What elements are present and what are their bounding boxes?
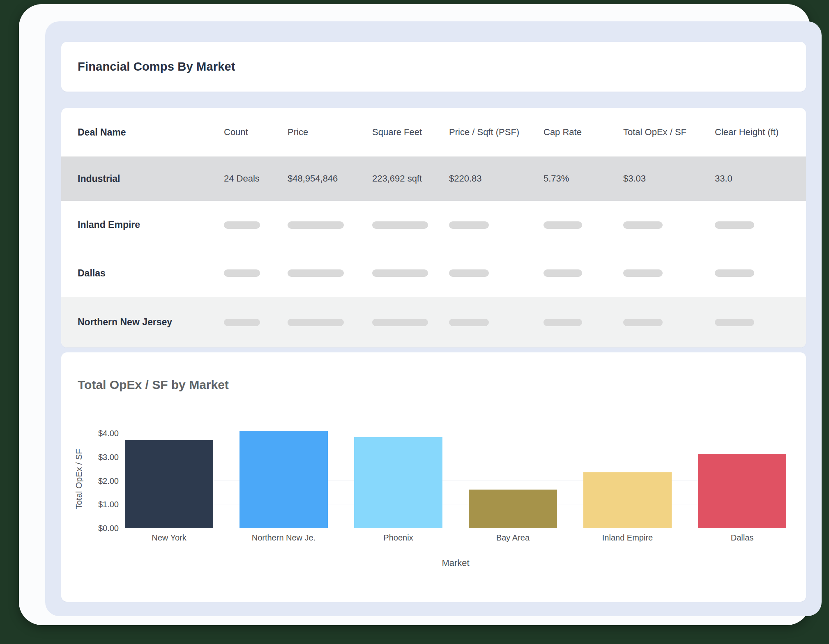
cell-placeholder <box>623 319 715 326</box>
cell-placeholder <box>224 269 288 277</box>
cell-placeholder <box>543 319 623 326</box>
y-tick-label: $4.00 <box>76 429 119 438</box>
cell-placeholder <box>449 269 543 277</box>
chart-bar[interactable] <box>583 472 672 528</box>
chart-bar[interactable] <box>469 490 557 528</box>
cell-placeholder <box>449 319 543 326</box>
y-tick-label: $0.00 <box>76 524 119 533</box>
placeholder-pill <box>449 221 489 229</box>
placeholder-pill <box>623 269 663 277</box>
x-tick-label: Dallas <box>698 533 786 543</box>
gridline <box>125 481 786 481</box>
x-tick-label: Phoenix <box>354 533 442 543</box>
row-label: Northern New Jersey <box>78 317 224 328</box>
gridline <box>125 457 786 457</box>
cell-placeholder <box>715 221 798 229</box>
outer-frame: Financial Comps By Market Deal NameCount… <box>19 4 810 625</box>
column-header: Clear Height (ft) <box>715 127 798 138</box>
x-axis-labels: New YorkNorthern New Je.PhoenixBay AreaI… <box>125 533 786 543</box>
column-header: Count <box>224 127 288 138</box>
placeholder-pill <box>623 221 663 229</box>
placeholder-pill <box>449 319 489 326</box>
page-title: Financial Comps By Market <box>78 60 235 74</box>
placeholder-pill <box>288 221 344 229</box>
cell-placeholder <box>224 319 288 326</box>
x-tick-label: Bay Area <box>469 533 557 543</box>
y-tick-label: $1.00 <box>76 500 119 509</box>
bar-plot: $0.00$1.00$2.00$3.00$4.00 <box>125 430 786 528</box>
chart-title: Total OpEx / SF by Market <box>78 378 229 392</box>
chart-bar[interactable] <box>698 454 786 528</box>
placeholder-pill <box>224 319 260 326</box>
column-header: Price / Sqft (PSF) <box>449 127 543 138</box>
column-header: Price <box>288 127 372 138</box>
cell-value: $220.83 <box>449 173 543 184</box>
dashboard-panel: Financial Comps By Market Deal NameCount… <box>45 21 822 616</box>
placeholder-pill <box>224 221 260 229</box>
title-card: Financial Comps By Market <box>61 42 806 92</box>
placeholder-pill <box>715 269 754 277</box>
cell-placeholder <box>449 221 543 229</box>
y-tick-label: $2.00 <box>76 476 119 485</box>
placeholder-pill <box>372 269 428 277</box>
table-row[interactable]: Industrial24 Deals$48,954,846223,692 sqf… <box>61 156 806 201</box>
gridline <box>125 504 786 504</box>
cell-value: $48,954,846 <box>288 173 372 184</box>
cell-placeholder <box>372 319 449 326</box>
comps-table-card: Deal NameCountPriceSquare FeetPrice / Sq… <box>61 108 806 347</box>
placeholder-pill <box>715 221 754 229</box>
table-header-row: Deal NameCountPriceSquare FeetPrice / Sq… <box>61 108 806 156</box>
cell-placeholder <box>715 269 798 277</box>
cell-placeholder <box>288 319 372 326</box>
column-header: Deal Name <box>78 127 224 138</box>
placeholder-pill <box>543 221 582 229</box>
cell-placeholder <box>288 221 372 229</box>
placeholder-pill <box>288 319 344 326</box>
cell-value: 5.73% <box>543 173 623 184</box>
cell-placeholder <box>224 221 288 229</box>
cell-placeholder <box>372 221 449 229</box>
placeholder-pill <box>715 319 754 326</box>
placeholder-pill <box>543 269 582 277</box>
cell-placeholder <box>288 269 372 277</box>
chart-card: Total OpEx / SF by Market Total OpEx / S… <box>61 352 806 602</box>
placeholder-pill <box>543 319 582 326</box>
gridline <box>125 528 786 528</box>
cell-placeholder <box>623 269 715 277</box>
column-header: Total OpEx / SF <box>623 127 715 138</box>
x-tick-label: Northern New Je. <box>239 533 328 543</box>
column-header: Square Feet <box>372 127 449 138</box>
table-row[interactable]: Inland Empire <box>61 201 806 249</box>
placeholder-pill <box>224 269 260 277</box>
row-label: Industrial <box>78 173 224 184</box>
placeholder-pill <box>288 269 344 277</box>
cell-value: $3.03 <box>623 173 715 184</box>
table-row[interactable]: Northern New Jersey <box>61 297 806 347</box>
x-tick-label: New York <box>125 533 213 543</box>
table-row[interactable]: Dallas <box>61 249 806 297</box>
app-background: { "page": { "title": "Financial Comps By… <box>0 0 829 644</box>
chart-bar[interactable] <box>354 437 442 528</box>
x-axis-title: Market <box>125 558 786 568</box>
placeholder-pill <box>449 269 489 277</box>
cell-placeholder <box>623 221 715 229</box>
gridline <box>125 433 786 433</box>
cell-placeholder <box>543 221 623 229</box>
table-body: Industrial24 Deals$48,954,846223,692 sqf… <box>61 156 806 347</box>
placeholder-pill <box>372 319 428 326</box>
chart-bar[interactable] <box>239 431 328 528</box>
placeholder-pill <box>623 319 663 326</box>
cell-value: 223,692 sqft <box>372 173 449 184</box>
x-tick-label: Inland Empire <box>583 533 672 543</box>
cell-placeholder <box>372 269 449 277</box>
chart-bar[interactable] <box>125 440 213 528</box>
column-header: Cap Rate <box>543 127 623 138</box>
cell-value: 33.0 <box>715 173 798 184</box>
cell-value: 24 Deals <box>224 173 288 184</box>
y-tick-label: $3.00 <box>76 453 119 462</box>
row-label: Inland Empire <box>78 219 224 230</box>
row-label: Dallas <box>78 268 224 279</box>
placeholder-pill <box>372 221 428 229</box>
cell-placeholder <box>715 319 798 326</box>
cell-placeholder <box>543 269 623 277</box>
